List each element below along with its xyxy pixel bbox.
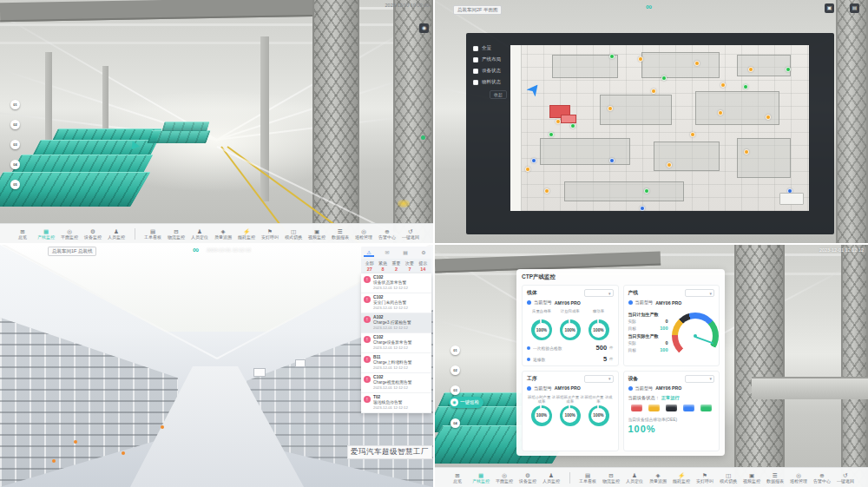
map-status-dot[interactable]: [544, 188, 549, 194]
viewport-floorplan-map[interactable]: 总装车间2F 平面图 ∞ ▣ ▤ 全景 产线布局: [435, 0, 868, 243]
toolbar-item[interactable]: ⚑ 安灯呼叫: [259, 228, 282, 240]
toolbar-item[interactable]: ◫ 模式切换: [717, 472, 740, 484]
alarm-tool-icon[interactable]: ⚠: [364, 248, 374, 257]
map-status-dot[interactable]: [531, 158, 536, 163]
toolbar-item[interactable]: ⚙ 设备监控: [516, 472, 540, 484]
line-select-dropdown[interactable]: ▾: [584, 289, 614, 297]
camera-button[interactable]: ◉: [419, 23, 429, 33]
toolbar-item[interactable]: ⚙ 设备监控: [82, 228, 105, 240]
viewport-line-dashboard[interactable]: 2023-12-01 12:12:12 010203 ◉ 一键巡检 04 CTP…: [435, 245, 868, 487]
toolbar-item[interactable]: ⊟ 物流监控: [165, 228, 188, 240]
toolbar-item[interactable]: ☰ 数据报表: [329, 228, 352, 240]
toolbar-item[interactable]: ▦ 产线监控: [35, 228, 58, 240]
map-status-dot[interactable]: [525, 167, 530, 172]
alarm-time: 2023-12-01 12:12:12: [373, 405, 408, 411]
toolbar-item[interactable]: ◫ 模式切换: [282, 228, 306, 240]
layers-button[interactable]: ▣: [825, 3, 834, 13]
toolbar-item[interactable]: ⚡ 能耗监控: [235, 228, 259, 240]
floorplan-map[interactable]: [510, 45, 809, 211]
collapse-button[interactable]: 收起: [490, 90, 507, 99]
toolbar-item[interactable]: ◈ 质量追溯: [647, 472, 670, 484]
toolbar-item[interactable]: ♟ 人员监控: [105, 228, 128, 240]
alarm-tab[interactable]: 重要 2: [390, 260, 403, 272]
toolbar-item[interactable]: ⊕ 告警中心: [811, 472, 834, 484]
map-status-dot[interactable]: [661, 76, 667, 81]
alarm-list-item[interactable]: ! C102 Charge视觉检测告警 2023-12-01 12:12:12: [361, 373, 431, 393]
toolbar-item[interactable]: ☰ 数据报表: [764, 472, 787, 484]
toolbar-item[interactable]: ◎ 平面监控: [58, 228, 82, 240]
toolbar-item[interactable]: ◎ 巡检管理: [352, 228, 376, 240]
alarm-list-item[interactable]: ! A102 Charge3.拧紧枪告警 2023-12-01 12:12:12: [361, 313, 431, 333]
viewport-assembly-aisle[interactable]: 总装车间1F 总装线 ∞ 2023-12-01 12:12:12 ⚠✉▤⚙ 全部…: [0, 245, 433, 487]
map-status-dot[interactable]: [694, 61, 700, 66]
alarm-tab[interactable]: 全部 27: [363, 260, 376, 272]
toolbar-item[interactable]: ♟ 人员定位: [188, 228, 212, 240]
legend-row[interactable]: 设备状态: [473, 68, 501, 74]
toolbar-item[interactable]: ▣ 视频监控: [740, 472, 764, 484]
one-key-patrol-button[interactable]: ◉ 一键巡检: [449, 397, 483, 408]
map-status-dot[interactable]: [549, 132, 554, 137]
toolbar-item[interactable]: ▤ 工单看板: [576, 472, 600, 484]
alarm-tab[interactable]: 次要 7: [403, 260, 416, 272]
map-status-dot[interactable]: [667, 162, 672, 168]
map-status-dot[interactable]: [744, 149, 749, 155]
prod-select-dropdown[interactable]: ▾: [685, 289, 714, 297]
toolbar-item[interactable]: ⊞ 总览: [446, 472, 470, 484]
poi-marker[interactable]: 04: [10, 160, 20, 169]
shift-select-dropdown[interactable]: ▾: [584, 375, 614, 383]
alarm-list-item[interactable]: ! C102 Charge设备异常告警 2023-12-01 12:12:12: [361, 333, 431, 353]
alarm-list-item[interactable]: ! T02 输送线急停告警 2023-12-01 12:12:12: [361, 393, 431, 413]
alarm-tool-icon[interactable]: ⚙: [418, 248, 429, 257]
poi-marker[interactable]: 05: [10, 180, 20, 189]
poi-marker[interactable]: 02: [450, 365, 460, 375]
toolbar-item[interactable]: ◎ 巡检管理: [787, 472, 811, 484]
machine-row: [161, 122, 209, 131]
legend-row[interactable]: 物料状态: [473, 79, 501, 85]
toolbar-item[interactable]: ♟ 人员监控: [540, 472, 563, 484]
map-status-dot[interactable]: [690, 132, 695, 137]
toolbar-item[interactable]: ▤ 工单看板: [141, 228, 165, 240]
alarm-list-item[interactable]: ! C102 设备状态异常告警 2023-12-01 12:12:12: [361, 273, 431, 293]
toolbar-item[interactable]: ⊞ 总览: [11, 228, 35, 240]
toolbar-item[interactable]: ⊕ 告警中心: [376, 228, 399, 240]
map-status-dot[interactable]: [720, 82, 726, 88]
map-status-dot[interactable]: [651, 89, 656, 94]
map-status-dot[interactable]: [640, 206, 645, 211]
alarm-tab[interactable]: 紧急 8: [376, 260, 389, 272]
alarm-tab[interactable]: 提示 14: [417, 260, 430, 272]
poi-marker[interactable]: 04: [450, 418, 460, 428]
toolbar-item-label: 模式切换: [720, 479, 737, 484]
legend-row[interactable]: 全景: [473, 45, 501, 51]
poi-marker[interactable]: 03: [10, 140, 20, 149]
map-status-dot[interactable]: [570, 123, 575, 128]
toolbar-item[interactable]: ⚡ 能耗监控: [670, 472, 694, 484]
alarm-list-item[interactable]: ! C102 安全门未闭合告警 2023-12-01 12:12:12: [361, 293, 431, 313]
toolbar-item[interactable]: ⊟ 物流监控: [600, 472, 623, 484]
poi-marker[interactable]: 03: [450, 385, 460, 395]
map-status-dot[interactable]: [743, 84, 748, 89]
poi-marker[interactable]: 02: [10, 120, 20, 129]
device-select-dropdown[interactable]: ▾: [685, 375, 714, 383]
fullscreen-button[interactable]: ▤: [850, 3, 859, 13]
map-status-dot[interactable]: [609, 54, 615, 59]
toolbar-item[interactable]: ◎ 平面监控: [493, 472, 516, 484]
alarm-list-item[interactable]: ! B11 Charge上料堵料告警 2023-12-01 12:12:12: [361, 353, 431, 373]
map-status-dot[interactable]: [638, 56, 643, 62]
map-status-dot[interactable]: [608, 106, 613, 111]
legend-row[interactable]: 产线布局: [473, 56, 501, 63]
alarm-tool-icon[interactable]: ▤: [400, 248, 411, 257]
toolbar-item[interactable]: ⚑ 安灯呼叫: [694, 472, 717, 484]
toolbar-item[interactable]: ▣ 视频监控: [306, 228, 329, 240]
toolbar-item[interactable]: ↺ 一键返回: [399, 228, 423, 240]
viewport-factory-overview[interactable]: 2023/12/10 10:00:00 ◉ 0102030405 ⊞ 总览 ▦ …: [0, 0, 433, 243]
map-status-dot[interactable]: [556, 119, 561, 124]
toolbar-item[interactable]: ◈ 质量追溯: [212, 228, 235, 240]
toolbar-item[interactable]: ♟ 人员定位: [623, 472, 647, 484]
alarm-tool-icon[interactable]: ✉: [382, 248, 392, 257]
plan-section-title: 当日计划生产数: [628, 312, 668, 317]
toolbar-item[interactable]: ↺ 一键返回: [834, 472, 858, 484]
poi-marker[interactable]: 01: [10, 100, 20, 109]
poi-marker[interactable]: 01: [450, 346, 460, 355]
toolbar-item[interactable]: ▦ 产线监控: [470, 472, 493, 484]
map-status-dot[interactable]: [609, 158, 615, 163]
